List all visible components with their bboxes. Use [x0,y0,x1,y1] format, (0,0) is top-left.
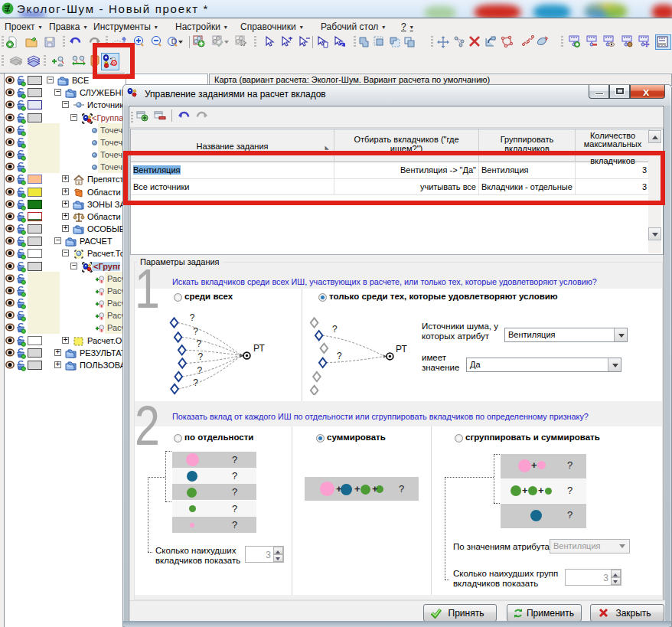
svg-text:?: ? [332,324,338,335]
svg-text:?: ? [198,351,204,362]
svg-text:?: ? [337,351,342,361]
svg-text:?: ? [190,313,195,323]
svg-text:?: ? [197,365,202,376]
svg-text:?: ? [197,338,202,349]
svg-text:РТ: РТ [253,343,265,354]
svg-text:?: ? [193,377,198,388]
svg-text:РТ: РТ [396,344,407,354]
svg-text:?: ? [193,326,198,337]
